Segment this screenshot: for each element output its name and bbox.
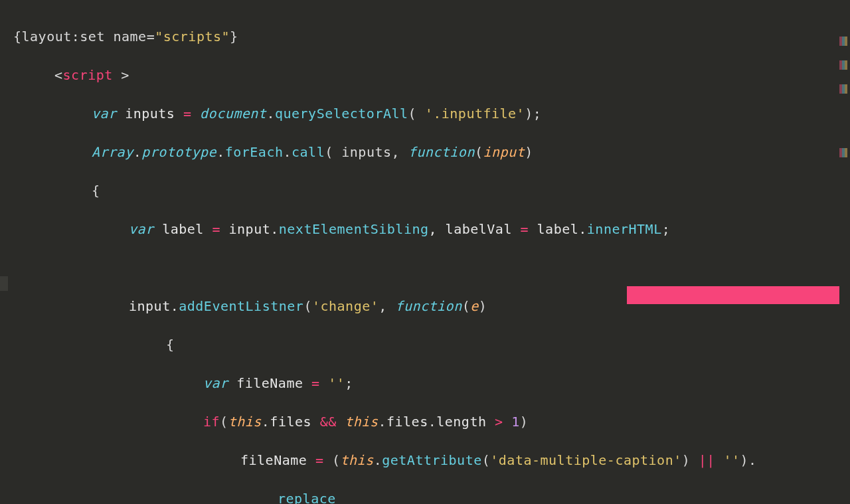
- code-line[interactable]: {: [13, 181, 850, 201]
- text-selection: [627, 286, 839, 304]
- minimap-block: [839, 148, 849, 157]
- code-line[interactable]: var inputs = document.querySelectorAll( …: [13, 104, 850, 124]
- code-line[interactable]: if(this.files && this.files.length > 1): [13, 412, 850, 432]
- code-line[interactable]: var fileName = '';: [13, 374, 850, 393]
- code-line[interactable]: {: [13, 335, 850, 355]
- code-line[interactable]: replace: [13, 489, 850, 504]
- minimap-block: [839, 84, 849, 94]
- code-editor[interactable]: {layout:set name="scripts"} <script > va…: [0, 0, 850, 504]
- code-line[interactable]: fileName = (this.getAttribute('data-mult…: [13, 451, 850, 470]
- minimap-block: [839, 37, 849, 46]
- code-line[interactable]: Array.prototype.forEach.call( inputs, fu…: [13, 143, 850, 162]
- code-line[interactable]: var label = input.nextElementSibling, la…: [13, 220, 850, 239]
- code-line[interactable]: [13, 258, 850, 278]
- minimap[interactable]: [839, 37, 850, 157]
- code-line[interactable]: {layout:set name="scripts"}: [13, 27, 850, 46]
- code-line[interactable]: <script >: [13, 66, 850, 85]
- minimap-block: [839, 60, 849, 70]
